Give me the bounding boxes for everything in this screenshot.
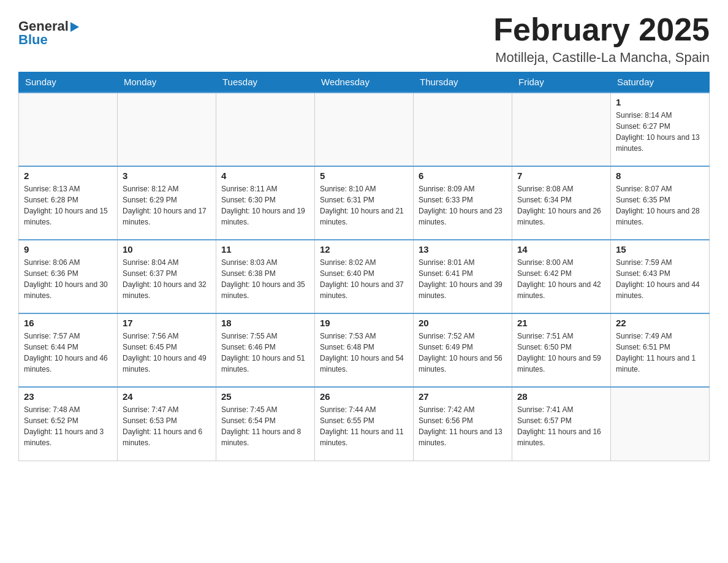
calendar-cell: 11Sunrise: 8:03 AMSunset: 6:38 PMDayligh… <box>216 240 315 313</box>
calendar-cell: 24Sunrise: 7:47 AMSunset: 6:53 PMDayligh… <box>118 387 216 461</box>
calendar-cell: 13Sunrise: 8:01 AMSunset: 6:41 PMDayligh… <box>414 240 512 313</box>
day-info: Sunrise: 7:56 AMSunset: 6:45 PMDaylight:… <box>123 331 211 375</box>
day-number: 23 <box>24 391 112 402</box>
day-info: Sunrise: 8:12 AMSunset: 6:29 PMDaylight:… <box>123 183 211 228</box>
calendar-cell: 27Sunrise: 7:42 AMSunset: 6:56 PMDayligh… <box>414 387 512 461</box>
calendar-table: SundayMondayTuesdayWednesdayThursdayFrid… <box>18 72 710 461</box>
day-info: Sunrise: 8:07 AMSunset: 6:35 PMDaylight:… <box>616 183 704 228</box>
calendar-cell <box>611 387 710 461</box>
day-number: 4 <box>221 170 309 181</box>
calendar-cell <box>19 93 118 166</box>
calendar-cell: 23Sunrise: 7:48 AMSunset: 6:52 PMDayligh… <box>19 387 118 461</box>
day-number: 8 <box>616 170 704 181</box>
calendar-cell: 18Sunrise: 7:55 AMSunset: 6:46 PMDayligh… <box>216 313 315 387</box>
day-number: 10 <box>123 244 211 255</box>
day-number: 14 <box>517 244 605 255</box>
location: Motilleja, Castille-La Mancha, Spain <box>493 50 710 66</box>
day-number: 26 <box>320 391 408 402</box>
calendar-cell: 7Sunrise: 8:08 AMSunset: 6:34 PMDaylight… <box>512 166 611 240</box>
day-number: 6 <box>419 170 507 181</box>
logo: General Blue <box>18 18 79 48</box>
day-number: 21 <box>517 318 605 328</box>
day-info: Sunrise: 8:11 AMSunset: 6:30 PMDaylight:… <box>221 183 309 228</box>
calendar-cell: 17Sunrise: 7:56 AMSunset: 6:45 PMDayligh… <box>118 313 216 387</box>
title-area: February 2025 Motilleja, Castille-La Man… <box>493 12 710 66</box>
day-number: 25 <box>221 391 309 402</box>
day-info: Sunrise: 7:49 AMSunset: 6:51 PMDaylight:… <box>616 331 704 375</box>
day-info: Sunrise: 8:10 AMSunset: 6:31 PMDaylight:… <box>320 183 408 228</box>
calendar-cell <box>414 93 512 166</box>
day-number: 15 <box>616 244 704 255</box>
day-info: Sunrise: 7:59 AMSunset: 6:43 PMDaylight:… <box>616 257 704 301</box>
calendar-cell: 14Sunrise: 8:00 AMSunset: 6:42 PMDayligh… <box>512 240 611 313</box>
logo-blue: Blue <box>18 32 48 48</box>
calendar-cell: 16Sunrise: 7:57 AMSunset: 6:44 PMDayligh… <box>19 313 118 387</box>
month-title: February 2025 <box>493 12 710 47</box>
day-number: 18 <box>221 318 309 328</box>
day-info: Sunrise: 8:14 AMSunset: 6:27 PMDaylight:… <box>616 110 704 154</box>
day-number: 1 <box>616 97 704 107</box>
day-number: 13 <box>419 244 507 255</box>
day-number: 7 <box>517 170 605 181</box>
calendar-header-friday: Friday <box>512 72 611 93</box>
calendar-cell <box>216 93 315 166</box>
calendar-cell: 4Sunrise: 8:11 AMSunset: 6:30 PMDaylight… <box>216 166 315 240</box>
day-number: 27 <box>419 391 507 402</box>
calendar-cell: 6Sunrise: 8:09 AMSunset: 6:33 PMDaylight… <box>414 166 512 240</box>
day-info: Sunrise: 8:04 AMSunset: 6:37 PMDaylight:… <box>123 257 211 301</box>
calendar-cell: 3Sunrise: 8:12 AMSunset: 6:29 PMDaylight… <box>118 166 216 240</box>
calendar-cell <box>315 93 414 166</box>
day-number: 17 <box>123 318 211 328</box>
day-info: Sunrise: 7:53 AMSunset: 6:48 PMDaylight:… <box>320 331 408 375</box>
calendar-header-tuesday: Tuesday <box>216 72 315 93</box>
day-info: Sunrise: 8:01 AMSunset: 6:41 PMDaylight:… <box>419 257 507 301</box>
calendar-cell: 22Sunrise: 7:49 AMSunset: 6:51 PMDayligh… <box>611 313 710 387</box>
calendar-week-row: 1Sunrise: 8:14 AMSunset: 6:27 PMDaylight… <box>19 93 710 166</box>
day-number: 5 <box>320 170 408 181</box>
calendar-cell: 8Sunrise: 8:07 AMSunset: 6:35 PMDaylight… <box>611 166 710 240</box>
calendar-header-wednesday: Wednesday <box>315 72 414 93</box>
day-info: Sunrise: 7:42 AMSunset: 6:56 PMDaylight:… <box>419 404 507 448</box>
day-info: Sunrise: 7:45 AMSunset: 6:54 PMDaylight:… <box>221 404 309 448</box>
day-info: Sunrise: 8:02 AMSunset: 6:40 PMDaylight:… <box>320 257 408 301</box>
calendar-header-thursday: Thursday <box>414 72 512 93</box>
day-info: Sunrise: 8:06 AMSunset: 6:36 PMDaylight:… <box>24 257 112 301</box>
day-info: Sunrise: 8:03 AMSunset: 6:38 PMDaylight:… <box>221 257 309 301</box>
day-number: 3 <box>123 170 211 181</box>
page-header: General Blue February 2025 Motilleja, Ca… <box>18 12 710 66</box>
calendar-header-row: SundayMondayTuesdayWednesdayThursdayFrid… <box>19 72 710 93</box>
calendar-header-sunday: Sunday <box>19 72 118 93</box>
day-info: Sunrise: 7:44 AMSunset: 6:55 PMDaylight:… <box>320 404 408 448</box>
day-info: Sunrise: 8:00 AMSunset: 6:42 PMDaylight:… <box>517 257 605 301</box>
day-number: 11 <box>221 244 309 255</box>
day-number: 16 <box>24 318 112 328</box>
day-info: Sunrise: 8:09 AMSunset: 6:33 PMDaylight:… <box>419 183 507 228</box>
calendar-cell: 2Sunrise: 8:13 AMSunset: 6:28 PMDaylight… <box>19 166 118 240</box>
calendar-cell: 25Sunrise: 7:45 AMSunset: 6:54 PMDayligh… <box>216 387 315 461</box>
calendar-cell <box>118 93 216 166</box>
day-info: Sunrise: 7:52 AMSunset: 6:49 PMDaylight:… <box>419 331 507 375</box>
day-info: Sunrise: 7:47 AMSunset: 6:53 PMDaylight:… <box>123 404 211 448</box>
calendar-cell: 19Sunrise: 7:53 AMSunset: 6:48 PMDayligh… <box>315 313 414 387</box>
day-number: 24 <box>123 391 211 402</box>
calendar-cell: 10Sunrise: 8:04 AMSunset: 6:37 PMDayligh… <box>118 240 216 313</box>
day-number: 12 <box>320 244 408 255</box>
day-number: 22 <box>616 318 704 328</box>
calendar-cell: 9Sunrise: 8:06 AMSunset: 6:36 PMDaylight… <box>19 240 118 313</box>
day-number: 28 <box>517 391 605 402</box>
calendar-week-row: 2Sunrise: 8:13 AMSunset: 6:28 PMDaylight… <box>19 166 710 240</box>
calendar-cell: 15Sunrise: 7:59 AMSunset: 6:43 PMDayligh… <box>611 240 710 313</box>
calendar-cell: 5Sunrise: 8:10 AMSunset: 6:31 PMDaylight… <box>315 166 414 240</box>
day-number: 19 <box>320 318 408 328</box>
day-number: 20 <box>419 318 507 328</box>
calendar-header-monday: Monday <box>118 72 216 93</box>
day-info: Sunrise: 7:51 AMSunset: 6:50 PMDaylight:… <box>517 331 605 375</box>
day-number: 2 <box>24 170 112 181</box>
calendar-cell: 28Sunrise: 7:41 AMSunset: 6:57 PMDayligh… <box>512 387 611 461</box>
calendar-week-row: 23Sunrise: 7:48 AMSunset: 6:52 PMDayligh… <box>19 387 710 461</box>
day-info: Sunrise: 7:41 AMSunset: 6:57 PMDaylight:… <box>517 404 605 448</box>
calendar-cell: 26Sunrise: 7:44 AMSunset: 6:55 PMDayligh… <box>315 387 414 461</box>
day-info: Sunrise: 7:57 AMSunset: 6:44 PMDaylight:… <box>24 331 112 375</box>
day-info: Sunrise: 7:48 AMSunset: 6:52 PMDaylight:… <box>24 404 112 448</box>
calendar-cell: 21Sunrise: 7:51 AMSunset: 6:50 PMDayligh… <box>512 313 611 387</box>
